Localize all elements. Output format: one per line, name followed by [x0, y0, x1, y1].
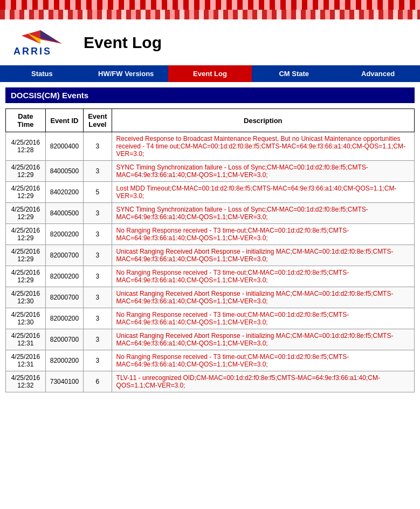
cell-eventid: 82000200	[45, 266, 83, 287]
cell-description: Unicast Ranging Received Abort Response …	[112, 287, 414, 308]
col-eventid: Event ID	[45, 109, 83, 132]
col-datetime: Date Time	[6, 109, 46, 132]
description-text: No Ranging Response received - T3 time-o…	[116, 353, 349, 368]
cell-description: Unicast Ranging Received Abort Response …	[112, 329, 414, 350]
cell-level: 3	[84, 132, 112, 161]
table-row: 4/25/201612:31820007003Unicast Ranging R…	[6, 329, 415, 350]
cell-level: 6	[84, 371, 112, 392]
cell-datetime: 4/25/201612:28	[6, 132, 46, 161]
table-row: 4/25/201612:29840005003SYNC Timing Synch…	[6, 161, 415, 182]
cell-datetime: 4/25/201612:29	[6, 203, 46, 224]
pixel-bar: /* intentionally empty */	[0, 0, 420, 10]
cell-description: Unicast Ranging Received Abort Response …	[112, 245, 414, 266]
cell-description: TLV-11 - unrecognized OID;CM-MAC=00:1d:d…	[112, 371, 414, 392]
cell-datetime: 4/25/201612:29	[6, 266, 46, 287]
nav-item-status[interactable]: Status	[0, 65, 84, 82]
description-text: TLV-11 - unrecognized OID;CM-MAC=00:1d:d…	[116, 374, 380, 389]
cell-description: No Ranging Response received - T3 time-o…	[112, 224, 414, 245]
cell-level: 3	[84, 203, 112, 224]
nav-item-advanced[interactable]: Advanced	[336, 65, 420, 82]
table-row: 4/25/201612:30820007003Unicast Ranging R…	[6, 287, 415, 308]
arris-logo: ARRIS	[11, 28, 70, 57]
cell-description: No Ranging Response received - T3 time-o…	[112, 308, 414, 329]
cell-datetime: 4/25/201612:29	[6, 224, 46, 245]
top-bar	[0, 10, 420, 19]
cell-eventid: 84000500	[45, 203, 83, 224]
nav-item-event-log[interactable]: Event Log	[168, 65, 252, 82]
cell-datetime: 4/25/201612:30	[6, 287, 46, 308]
cell-level: 5	[84, 182, 112, 203]
description-text: Unicast Ranging Received Abort Response …	[116, 290, 394, 305]
event-log-table: Date Time Event ID EventLevel Descriptio…	[5, 108, 415, 392]
cell-datetime: 4/25/201612:31	[6, 329, 46, 350]
cell-level: 3	[84, 287, 112, 308]
cell-eventid: 82000200	[45, 224, 83, 245]
table-row: 4/25/201612:29840005003SYNC Timing Synch…	[6, 203, 415, 224]
table-row: 4/25/201612:31820002003No Ranging Respon…	[6, 350, 415, 371]
description-text: SYNC Timing Synchronization failure - Lo…	[116, 206, 368, 221]
main-content: DOCSIS(CM) Events Date Time Event ID Eve…	[0, 87, 420, 398]
cell-level: 3	[84, 350, 112, 371]
description-text: No Ranging Response received - T3 time-o…	[116, 227, 349, 242]
svg-text:ARRIS: ARRIS	[13, 46, 52, 57]
cell-datetime: 4/25/201612:30	[6, 308, 46, 329]
description-text: No Ranging Response received - T3 time-o…	[116, 269, 349, 284]
description-text: Unicast Ranging Received Abort Response …	[116, 248, 394, 263]
cell-eventid: 82000400	[45, 132, 83, 161]
cell-datetime: 4/25/201612:31	[6, 350, 46, 371]
table-row: 4/25/201612:29840202005Lost MDD Timeout;…	[6, 182, 415, 203]
description-text: Received Response to Broadcast Maintenan…	[116, 135, 405, 158]
nav-item-hw-fw-versions[interactable]: HW/FW Versions	[84, 65, 168, 82]
cell-eventid: 82000200	[45, 308, 83, 329]
cell-datetime: 4/25/201612:29	[6, 182, 46, 203]
cell-eventid: 84000500	[45, 161, 83, 182]
cell-level: 3	[84, 224, 112, 245]
table-row: 4/25/201612:29820007003Unicast Ranging R…	[6, 245, 415, 266]
cell-description: SYNC Timing Synchronization failure - Lo…	[112, 203, 414, 224]
cell-level: 3	[84, 266, 112, 287]
cell-description: Received Response to Broadcast Maintenan…	[112, 132, 414, 161]
cell-level: 3	[84, 245, 112, 266]
col-description: Description	[112, 109, 414, 132]
section-title: DOCSIS(CM) Events	[5, 87, 415, 103]
description-text: SYNC Timing Synchronization failure - Lo…	[116, 164, 368, 179]
table-row: 4/25/201612:30820002003No Ranging Respon…	[6, 308, 415, 329]
cell-eventid: 82000200	[45, 350, 83, 371]
table-row: 4/25/201612:32730401006TLV-11 - unrecogn…	[6, 371, 415, 392]
cell-datetime: 4/25/201612:32	[6, 371, 46, 392]
description-text: No Ranging Response received - T3 time-o…	[116, 311, 349, 326]
table-row: 4/25/201612:29820002003No Ranging Respon…	[6, 266, 415, 287]
cell-description: SYNC Timing Synchronization failure - Lo…	[112, 161, 414, 182]
navigation-bar: StatusHW/FW VersionsEvent LogCM StateAdv…	[0, 65, 420, 82]
cell-eventid: 84020200	[45, 182, 83, 203]
cell-description: No Ranging Response received - T3 time-o…	[112, 266, 414, 287]
cell-eventid: 82000700	[45, 245, 83, 266]
description-text: Lost MDD Timeout;CM-MAC=00:1d:d2:f0:8e:f…	[116, 185, 397, 200]
table-row: 4/25/201612:29820002003No Ranging Respon…	[6, 224, 415, 245]
nav-item-cm-state[interactable]: CM State	[252, 65, 336, 82]
cell-eventid: 73040100	[45, 371, 83, 392]
cell-eventid: 82000700	[45, 329, 83, 350]
cell-level: 3	[84, 329, 112, 350]
col-level: EventLevel	[84, 109, 112, 132]
cell-level: 3	[84, 161, 112, 182]
page-header: ARRIS Event Log	[0, 19, 420, 65]
table-row: 4/25/201612:28820004003Received Response…	[6, 132, 415, 161]
cell-description: Lost MDD Timeout;CM-MAC=00:1d:d2:f0:8e:f…	[112, 182, 414, 203]
cell-description: No Ranging Response received - T3 time-o…	[112, 350, 414, 371]
cell-level: 3	[84, 308, 112, 329]
description-text: Unicast Ranging Received Abort Response …	[116, 332, 394, 347]
cell-eventid: 82000700	[45, 287, 83, 308]
page-title: Event Log	[84, 33, 162, 52]
cell-datetime: 4/25/201612:29	[6, 245, 46, 266]
cell-datetime: 4/25/201612:29	[6, 161, 46, 182]
